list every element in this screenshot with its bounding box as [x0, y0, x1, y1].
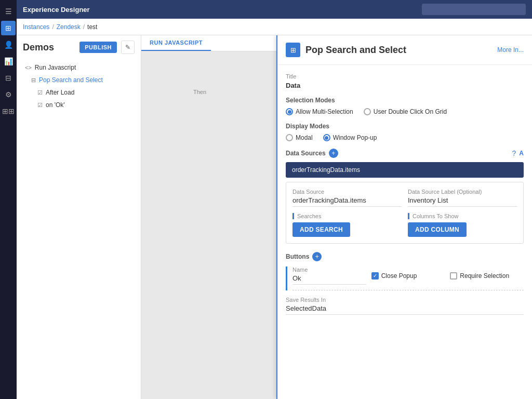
- panel-overlay: ⊞ Pop Search and Select More In... Title…: [276, 35, 532, 399]
- divider-dots: [292, 290, 524, 290]
- ds-label-value[interactable]: Inventory List: [408, 196, 517, 207]
- button-row: Name Ok ✓ Close Popup: [286, 267, 524, 290]
- breadcrumb: Instances / Zendesk / test: [17, 19, 532, 35]
- ds-label-optional: Data Source Label (Optional): [408, 189, 517, 195]
- icon-rail: ☰ ⊞ 👤 📊 ⊟ ⚙ ⊞⊞: [0, 0, 17, 399]
- button-detail-grid: Name Ok ✓ Close Popup: [292, 267, 524, 285]
- title-value: Data: [286, 82, 524, 89]
- data-source-field: Data Source orderTrackingData.items: [292, 189, 402, 207]
- add-column-button[interactable]: ADD COLUMN: [408, 222, 467, 237]
- user-double-click-option[interactable]: User Double Click On Grid: [364, 108, 447, 115]
- sidebar-item-label: on 'Ok': [46, 101, 65, 109]
- selection-modes-group: Selection Modes Allow Multi-Selection Us…: [286, 97, 524, 115]
- require-selection-option[interactable]: Require Selection: [450, 272, 524, 280]
- user-double-click-label: User Double Click On Grid: [374, 108, 447, 115]
- sidebar-item-label: After Load: [46, 89, 74, 96]
- data-source-detail: Data Source orderTrackingData.items Data…: [286, 182, 524, 244]
- window-popup-option[interactable]: Window Pop-up: [323, 134, 377, 141]
- modal-option[interactable]: Modal: [286, 134, 313, 141]
- content-row: Demos PUBLISH ✎ <> Run Javascript ⊟ Pop …: [17, 35, 532, 399]
- breadcrumb-zendesk[interactable]: Zendesk: [57, 23, 81, 31]
- close-popup-checkbox: ✓: [371, 272, 379, 280]
- panel-content: Title Data Selection Modes Allow Multi-S…: [277, 65, 532, 323]
- searches-section: Searches ADD SEARCH: [292, 213, 402, 237]
- display-radio-group: Modal Window Pop-up: [286, 134, 524, 141]
- data-source-tag: orderTrackingData.items: [292, 166, 360, 174]
- close-popup-label: Close Popup: [381, 272, 417, 280]
- help-icon[interactable]: ?: [512, 149, 516, 157]
- button-name-label: Name: [292, 267, 366, 273]
- checkbox-icon: ☑: [37, 89, 43, 96]
- save-results-value[interactable]: SelectedData: [286, 304, 524, 315]
- add-search-button[interactable]: ADD SEARCH: [292, 222, 350, 237]
- layers-icon[interactable]: ⊟: [1, 71, 16, 85]
- data-sources-label: Data Sources: [286, 150, 326, 157]
- actions-link[interactable]: A: [519, 150, 524, 157]
- chart-icon[interactable]: 📊: [1, 54, 16, 69]
- selection-radio-group: Allow Multi-Selection User Double Click …: [286, 108, 524, 115]
- grid-icon: ⊟: [31, 77, 36, 84]
- more-info-link[interactable]: More In...: [497, 46, 524, 54]
- panel-header: ⊞ Pop Search and Select More In...: [277, 35, 532, 65]
- radio-dot-modal: [286, 134, 293, 141]
- allow-multi-selection-option[interactable]: Allow Multi-Selection: [286, 108, 353, 115]
- save-results-section: Save Results In SelectedData: [286, 297, 524, 315]
- buttons-section: Buttons + Name Ok: [286, 252, 524, 290]
- sidebar: Demos PUBLISH ✎ <> Run Javascript ⊟ Pop …: [17, 35, 141, 399]
- data-source-label-field: Data Source Label (Optional) Inventory L…: [408, 189, 517, 207]
- columns-section: Columns To Show ADD COLUMN: [408, 213, 517, 237]
- modal-label: Modal: [296, 134, 313, 141]
- sidebar-item-after-load[interactable]: ☑ After Load: [17, 86, 141, 99]
- selection-modes-label: Selection Modes: [286, 97, 524, 104]
- display-modes-label: Display Modes: [286, 123, 524, 130]
- display-modes-group: Display Modes Modal Window Pop-up: [286, 123, 524, 141]
- add-data-source-button[interactable]: +: [329, 149, 338, 158]
- radio-dot-multi: [286, 108, 293, 115]
- sidebar-item-label: Pop Search and Select: [39, 76, 103, 84]
- data-sources-header: Data Sources + ? A: [286, 149, 524, 158]
- checkbox-icon2: ☑: [37, 102, 43, 109]
- edit-icon-button[interactable]: ✎: [121, 41, 135, 54]
- sidebar-title: Demos: [23, 42, 54, 53]
- home-icon[interactable]: ⊞: [1, 21, 16, 35]
- breadcrumb-instances[interactable]: Instances: [23, 23, 49, 31]
- breadcrumb-test: test: [87, 23, 97, 31]
- buttons-header: Buttons +: [286, 252, 524, 261]
- publish-button[interactable]: PUBLISH: [79, 42, 117, 53]
- canvas: RUN JAVASCRIPT Initial Activity <> Run J…: [141, 35, 532, 399]
- sidebar-item-run-javascript[interactable]: <> Run Javascript: [17, 61, 141, 74]
- breadcrumb-sep1: /: [52, 23, 54, 31]
- breadcrumb-sep2: /: [83, 23, 85, 31]
- menu-icon[interactable]: ☰: [1, 4, 16, 19]
- data-source-row[interactable]: orderTrackingData.items: [286, 162, 524, 178]
- add-button-button[interactable]: +: [312, 252, 322, 261]
- window-popup-label: Window Pop-up: [333, 134, 377, 141]
- group-icon[interactable]: ⊞⊞: [1, 104, 16, 118]
- columns-row: Searches ADD SEARCH Columns To Show ADD …: [292, 213, 517, 237]
- button-name-field: Name Ok: [292, 267, 366, 285]
- top-bar: Experience Designer: [17, 0, 532, 19]
- users-icon[interactable]: 👤: [1, 37, 16, 52]
- title-group: Title Data: [286, 73, 524, 89]
- sidebar-item-on-ok[interactable]: ☑ on 'Ok': [17, 99, 141, 111]
- settings-icon[interactable]: ⚙: [1, 87, 16, 102]
- button-name-value[interactable]: Ok: [292, 274, 366, 285]
- save-results-label: Save Results In: [286, 297, 524, 303]
- require-selection-checkbox: [450, 272, 457, 280]
- sidebar-item-label: Run Javascript: [35, 64, 76, 71]
- ds-value[interactable]: orderTrackingData.items: [292, 196, 402, 207]
- search-input[interactable]: [422, 4, 526, 15]
- allow-multi-label: Allow Multi-Selection: [296, 108, 353, 115]
- sidebar-header: Demos PUBLISH ✎: [17, 35, 141, 59]
- sidebar-item-pop-search[interactable]: ⊟ Pop Search and Select: [17, 74, 141, 86]
- canvas-tab-run-javascript[interactable]: RUN JAVASCRIPT: [141, 35, 211, 51]
- searches-label: Searches: [292, 213, 402, 219]
- main-area: Experience Designer Instances / Zendesk …: [17, 0, 532, 399]
- title-label: Title: [286, 73, 524, 79]
- check-icon: ✓: [373, 273, 377, 278]
- ds-label: Data Source: [292, 189, 402, 195]
- columns-label: Columns To Show: [408, 213, 517, 219]
- close-popup-option[interactable]: ✓ Close Popup: [371, 272, 445, 280]
- radio-dot-double: [364, 108, 371, 115]
- sidebar-tree: <> Run Javascript ⊟ Pop Search and Selec…: [17, 59, 141, 113]
